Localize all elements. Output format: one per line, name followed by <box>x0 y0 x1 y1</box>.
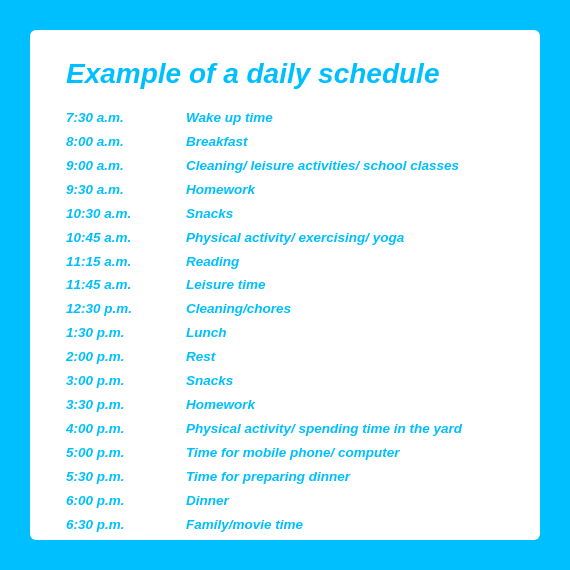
schedule-card: Example of a daily schedule 7:30 a.m.Wak… <box>30 30 540 540</box>
schedule-activity: Time for preparing dinner <box>186 467 504 488</box>
schedule-time: 12:30 p.m. <box>66 299 186 320</box>
schedule-time: 10:45 a.m. <box>66 228 186 249</box>
schedule-activity: Snacks <box>186 204 504 225</box>
schedule-activity: Wake up time <box>186 108 504 129</box>
schedule-activity: Family/movie time <box>186 515 504 536</box>
schedule-time: 6:30 p.m. <box>66 515 186 536</box>
schedule-time: 7:30 a.m. <box>66 108 186 129</box>
schedule-activity: Homework <box>186 395 504 416</box>
schedule-activity: Physical activity/ exercising/ yoga <box>186 228 504 249</box>
schedule-activity: Homework <box>186 180 504 201</box>
schedule-activity: Reading <box>186 252 504 273</box>
schedule-time: 3:30 p.m. <box>66 395 186 416</box>
schedule-time: 1:30 p.m. <box>66 323 186 344</box>
schedule-time: 9:00 a.m. <box>66 156 186 177</box>
schedule-activity: Lunch <box>186 323 504 344</box>
schedule-time: 11:45 a.m. <box>66 275 186 296</box>
schedule-time: 11:15 a.m. <box>66 252 186 273</box>
schedule-time: 5:30 p.m. <box>66 467 186 488</box>
schedule-table: 7:30 a.m.Wake up time8:00 a.m.Breakfast9… <box>66 108 504 536</box>
page-title: Example of a daily schedule <box>66 58 504 90</box>
schedule-activity: Cleaning/ leisure activities/ school cla… <box>186 156 504 177</box>
schedule-activity: Dinner <box>186 491 504 512</box>
schedule-activity: Rest <box>186 347 504 368</box>
schedule-activity: Physical activity/ spending time in the … <box>186 419 504 440</box>
schedule-time: 10:30 a.m. <box>66 204 186 225</box>
schedule-time: 8:00 a.m. <box>66 132 186 153</box>
schedule-time: 6:00 p.m. <box>66 491 186 512</box>
schedule-time: 9:30 a.m. <box>66 180 186 201</box>
schedule-time: 3:00 p.m. <box>66 371 186 392</box>
schedule-activity: Leisure time <box>186 275 504 296</box>
schedule-activity: Cleaning/chores <box>186 299 504 320</box>
schedule-activity: Breakfast <box>186 132 504 153</box>
schedule-activity: Time for mobile phone/ computer <box>186 443 504 464</box>
schedule-activity: Snacks <box>186 371 504 392</box>
schedule-time: 4:00 p.m. <box>66 419 186 440</box>
schedule-time: 5:00 p.m. <box>66 443 186 464</box>
schedule-time: 2:00 p.m. <box>66 347 186 368</box>
